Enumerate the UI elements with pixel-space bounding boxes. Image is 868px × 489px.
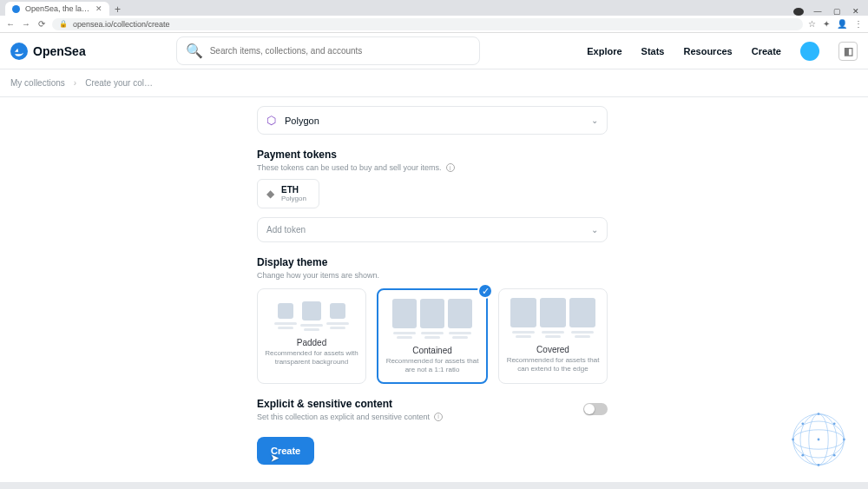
blockchain-value: Polygon xyxy=(285,116,319,126)
explicit-row: Explicit & sensitive content Set this co… xyxy=(257,398,608,421)
theme-contained-desc: Recommended for assets that are not a 1:… xyxy=(384,357,481,375)
display-theme-sub: Change how your items are shown. xyxy=(257,271,608,280)
user-avatar[interactable] xyxy=(800,42,819,61)
theme-padded[interactable]: Padded Recommended for assets with trans… xyxy=(257,288,366,384)
bookmark-icon[interactable]: ☆ xyxy=(808,19,816,29)
explicit-title: Explicit & sensitive content xyxy=(257,398,443,410)
token-symbol: ETH xyxy=(281,185,306,195)
svg-point-6 xyxy=(818,413,820,415)
search-input[interactable] xyxy=(210,46,470,56)
payment-tokens-sub: These tokens can be used to buy and sell… xyxy=(257,163,608,172)
opensea-logo-icon xyxy=(10,43,28,60)
search-icon: 🔍 xyxy=(186,43,203,59)
nav-back-icon[interactable]: ← xyxy=(5,19,16,29)
site-brand: OpenSea xyxy=(33,44,86,58)
wallet-icon[interactable]: ◧ xyxy=(838,42,858,61)
explicit-sub-text: Set this collection as explicit and sens… xyxy=(257,413,430,421)
nav-explore[interactable]: Explore xyxy=(587,46,621,56)
help-globe-widget[interactable] xyxy=(788,409,849,470)
theme-options: Padded Recommended for assets with trans… xyxy=(257,288,608,384)
svg-point-8 xyxy=(792,439,794,441)
theme-padded-desc: Recommended for assets with transparent … xyxy=(263,349,360,367)
window-controls: — ▢ ✕ xyxy=(793,7,868,16)
form-content: ⬡ Polygon ⌄ Payment tokens These tokens … xyxy=(257,97,608,465)
chevron-down-icon: ⌄ xyxy=(591,116,598,125)
eth-icon: ◆ xyxy=(266,188,274,200)
svg-point-13 xyxy=(833,454,836,457)
theme-contained[interactable]: ✓ Contained Recommended for assets that … xyxy=(377,288,488,384)
add-token-select[interactable]: Add token ⌄ xyxy=(257,217,608,242)
extensions-icon[interactable]: ✦ xyxy=(823,19,830,29)
token-chain: Polygon xyxy=(281,195,306,202)
lock-icon: 🔒 xyxy=(59,20,68,28)
search-bar[interactable]: 🔍 xyxy=(176,36,480,65)
url-bar-row: ← → ⟳ 🔒 opensea.io/collection/create ☆ ✦… xyxy=(0,16,868,33)
cursor-icon: ➤ xyxy=(271,453,279,464)
tab-close-icon[interactable]: ✕ xyxy=(95,4,102,13)
payment-tokens-sub-text: These tokens can be used to buy and sell… xyxy=(257,163,442,172)
nav-reload-icon[interactable]: ⟳ xyxy=(36,19,47,29)
url-text: opensea.io/collection/create xyxy=(73,20,170,29)
polygon-icon: ⬡ xyxy=(266,114,276,127)
info-icon[interactable]: i xyxy=(446,163,455,172)
breadcrumb-current: Create your col… xyxy=(85,78,153,88)
svg-point-11 xyxy=(833,422,836,425)
create-button[interactable]: Create ➤ xyxy=(257,437,314,465)
theme-contained-title: Contained xyxy=(384,346,481,355)
svg-point-9 xyxy=(843,439,845,441)
payment-tokens-title: Payment tokens xyxy=(257,149,608,161)
profile-icon[interactable]: 👤 xyxy=(837,19,847,29)
theme-covered-title: Covered xyxy=(504,345,602,354)
chevron-down-icon: ⌄ xyxy=(591,225,598,235)
site-logo[interactable]: OpenSea xyxy=(10,43,86,60)
svg-point-7 xyxy=(818,464,820,466)
tab-bar: OpenSea, the largest NFT mark… ✕ + — ▢ ✕ xyxy=(0,0,868,16)
url-bar[interactable]: 🔒 opensea.io/collection/create xyxy=(52,18,803,30)
breadcrumb-separator: › xyxy=(74,78,76,88)
check-icon: ✓ xyxy=(477,283,493,299)
blockchain-select[interactable]: ⬡ Polygon ⌄ xyxy=(257,106,608,135)
breadcrumb-root[interactable]: My collections xyxy=(10,78,65,88)
theme-padded-title: Padded xyxy=(263,338,360,347)
tab-title: OpenSea, the largest NFT mark… xyxy=(25,4,90,13)
explicit-toggle[interactable] xyxy=(583,403,608,415)
window-minimize-icon[interactable]: — xyxy=(812,7,823,16)
info-icon[interactable]: i xyxy=(434,413,443,421)
main-nav: Explore Stats Resources Create ◧ xyxy=(587,42,858,61)
svg-point-14 xyxy=(818,439,820,441)
explicit-sub: Set this collection as explicit and sens… xyxy=(257,413,443,421)
breadcrumb: My collections › Create your col… xyxy=(0,69,868,97)
window-maximize-icon[interactable]: ▢ xyxy=(832,7,842,16)
svg-point-0 xyxy=(10,43,28,60)
nav-forward-icon[interactable]: → xyxy=(21,19,31,29)
nav-create[interactable]: Create xyxy=(752,46,781,56)
add-token-label: Add token xyxy=(266,225,306,235)
site-header: OpenSea 🔍 Explore Stats Resources Create… xyxy=(0,33,868,69)
app-indicator-icon xyxy=(793,8,804,16)
os-taskbar xyxy=(0,482,868,489)
nav-resources[interactable]: Resources xyxy=(683,46,732,56)
nav-stats[interactable]: Stats xyxy=(641,46,665,56)
browser-tab[interactable]: OpenSea, the largest NFT mark… ✕ xyxy=(5,2,109,16)
svg-point-10 xyxy=(801,422,804,425)
display-theme-title: Display theme xyxy=(257,256,608,268)
payment-token-chip[interactable]: ◆ ETH Polygon xyxy=(257,179,319,208)
svg-point-12 xyxy=(801,454,804,457)
browser-chrome: OpenSea, the largest NFT mark… ✕ + — ▢ ✕… xyxy=(0,0,868,33)
theme-covered-desc: Recommended for assets that can extend t… xyxy=(504,356,602,374)
favicon-icon xyxy=(12,5,20,13)
window-close-icon[interactable]: ✕ xyxy=(851,7,861,16)
new-tab-button[interactable]: + xyxy=(109,3,126,16)
chrome-menu-icon[interactable]: ⋮ xyxy=(854,19,863,29)
theme-covered[interactable]: Covered Recommended for assets that can … xyxy=(498,288,608,384)
